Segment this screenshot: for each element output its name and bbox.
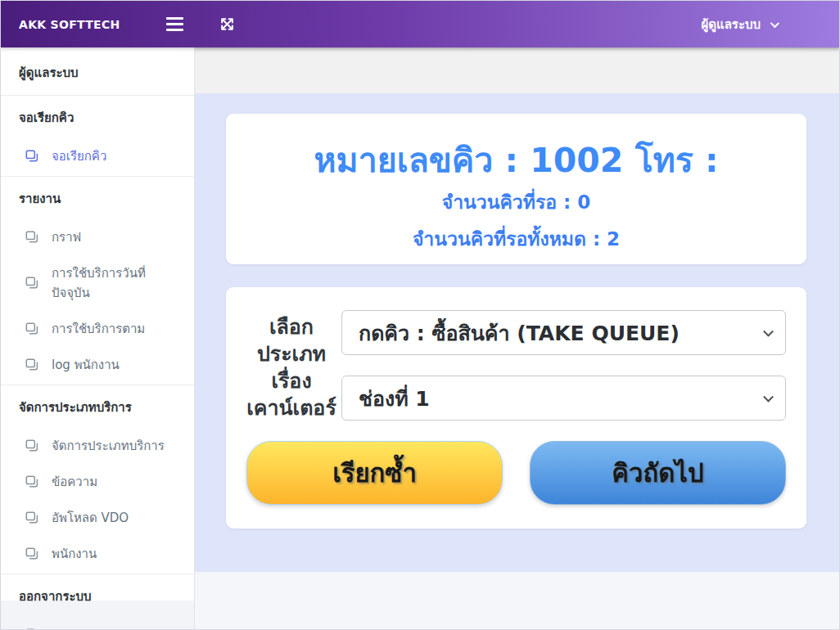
- main-content: หมายเลขคิว : 1002 โทร : จำนวนคิวที่รอ : …: [195, 47, 839, 629]
- divider: [1, 95, 194, 96]
- chevron-down-icon: [763, 391, 774, 402]
- topbar: AKK SOFTTECH ผู้ดูแลระบบ: [1, 1, 839, 47]
- channel-select[interactable]: ช่องที่ 1: [341, 376, 786, 421]
- sidebar-item-label: log พนักงาน: [52, 355, 120, 375]
- user-dropdown[interactable]: ผู้ดูแลระบบ: [701, 15, 777, 34]
- sidebar-item-manage-service-types[interactable]: จัดการประเภทบริการ: [1, 428, 194, 464]
- sidebar-item-usage-by[interactable]: การใช้บริการตาม: [1, 311, 194, 347]
- queue-status-card: หมายเลขคิว : 1002 โทร : จำนวนคิวที่รอ : …: [226, 114, 806, 264]
- sidebar-item-label: กราฟ: [52, 227, 81, 247]
- divider: [1, 574, 194, 574]
- sidebar-item-label: ออกจากระบบ: [52, 625, 124, 629]
- clone-icon: [25, 231, 38, 244]
- divider: [1, 385, 194, 385]
- sidebar-item-label: จัดการประเภทบริการ: [52, 436, 165, 456]
- sidebar-item-usage-today[interactable]: การใช้บริการวันที่ปัจจุบัน: [1, 255, 194, 311]
- sidebar-item-staff-log[interactable]: log พนักงาน: [1, 347, 194, 383]
- queue-control-card: เลือก ประเภท เรื่อง เคาน์เตอร์ กดคิว : ซ…: [226, 287, 806, 529]
- sidebar-item-graph[interactable]: กราฟ: [1, 219, 194, 255]
- clone-icon: [25, 439, 38, 452]
- clone-icon: [25, 322, 38, 335]
- sidebar-item-label: ข้อความ: [52, 472, 97, 492]
- queue-number-title: หมายเลขคิว : 1002 โทร :: [226, 142, 806, 180]
- clone-icon: [25, 628, 38, 629]
- next-queue-button[interactable]: คิวถัดไป: [530, 441, 786, 505]
- app-window: AKK SOFTTECH ผู้ดูแลระบบ ผู้ดูแลระบบ จอเ…: [0, 0, 840, 630]
- sidebar-item-label: การใช้บริการวันที่ปัจจุบัน: [52, 263, 183, 303]
- queue-waiting-total: จำนวนคิวที่รอทั้งหมด : 2: [226, 224, 806, 254]
- sidebar-section-admin: ผู้ดูแลระบบ: [1, 52, 194, 93]
- clone-icon: [25, 150, 38, 163]
- sidebar-section-logout: ออกจากระบบ: [1, 576, 194, 617]
- sidebar-item-logout[interactable]: ออกจากระบบ: [1, 617, 194, 629]
- sidebar-toggle-button[interactable]: [161, 12, 188, 36]
- sidebar-item-label: จอเรียกคิว: [52, 146, 106, 166]
- queue-panel-background: หมายเลขคิว : 1002 โทร : จำนวนคิวที่รอ : …: [195, 93, 839, 572]
- sidebar-item-messages[interactable]: ข้อความ: [1, 464, 194, 500]
- sidebar-section-service-types: จัดการประเภทบริการ: [1, 387, 194, 428]
- clone-icon: [25, 277, 38, 290]
- divider: [1, 176, 194, 177]
- service-type-select[interactable]: กดคิว : ซื้อสินค้า (TAKE QUEUE): [341, 310, 786, 355]
- channel-selected-value: ช่องที่ 1: [359, 382, 430, 415]
- sidebar-item-label: การใช้บริการตาม: [52, 319, 145, 339]
- clone-icon: [25, 547, 38, 560]
- hamburger-icon: [166, 17, 183, 31]
- chevron-down-icon: [770, 18, 779, 27]
- sidebar-item-label: พนักงาน: [52, 544, 97, 564]
- clone-icon: [25, 511, 38, 524]
- user-dropdown-label: ผู้ดูแลระบบ: [701, 15, 761, 34]
- service-type-selected-value: กดคิว : ซื้อสินค้า (TAKE QUEUE): [359, 317, 680, 349]
- sidebar-item-label: อัพโหลด VDO: [52, 508, 129, 528]
- select-type-label: เลือก ประเภท เรื่อง เคาน์เตอร์: [246, 313, 337, 421]
- sidebar-section-queue-screen: จอเรียกคิว: [1, 97, 194, 138]
- sidebar-item-queue-screen[interactable]: จอเรียกคิว: [1, 138, 194, 174]
- brand-logo[interactable]: AKK SOFTTECH: [19, 18, 143, 31]
- clone-icon: [25, 475, 38, 488]
- sidebar: ผู้ดูแลระบบ จอเรียกคิว จอเรียกคิว รายงาน…: [1, 47, 195, 629]
- repeat-call-button[interactable]: เรียกซ้ำ: [246, 441, 503, 505]
- content-footer-strip: [195, 572, 839, 629]
- sidebar-item-staff[interactable]: พนักงาน: [1, 536, 194, 572]
- content-header-strip: [195, 47, 839, 93]
- chevron-down-icon: [763, 326, 774, 336]
- fullscreen-button[interactable]: [215, 11, 240, 37]
- expand-arrows-icon: [219, 16, 235, 32]
- sidebar-section-reports: รายงาน: [1, 178, 194, 219]
- clone-icon: [25, 358, 38, 371]
- sidebar-item-upload-vdo[interactable]: อัพโหลด VDO: [1, 500, 194, 536]
- queue-waiting-count: จำนวนคิวที่รอ : 0: [226, 187, 806, 217]
